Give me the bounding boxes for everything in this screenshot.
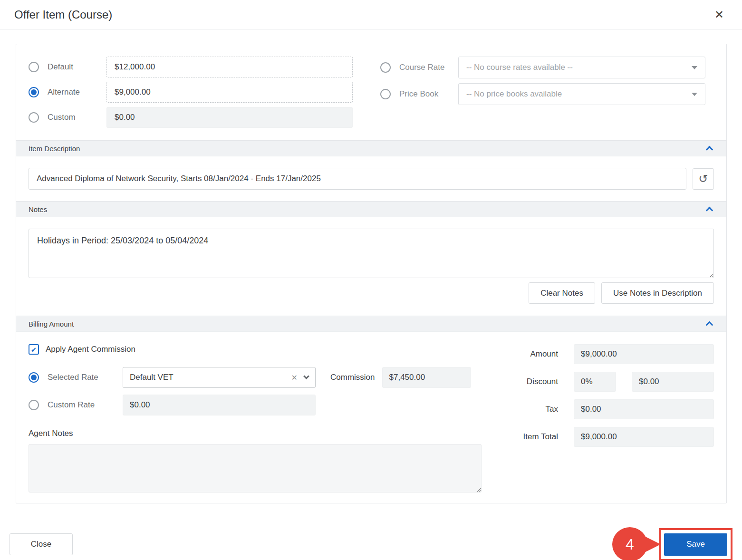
step-number: 4 [626,536,634,553]
price-option-custom: Custom [29,107,363,128]
billing-amount-section-title: Billing Amount [29,320,74,328]
custom-rate-label[interactable]: Custom Rate [48,400,123,410]
price-book-radio[interactable] [380,89,391,99]
selected-rate-row: Selected Rate Default VET ✕ Commission [29,367,482,388]
item-description-section-title: Item Description [29,145,80,153]
chevron-down-icon [303,373,309,379]
selected-rate-label[interactable]: Selected Rate [48,373,123,382]
custom-rate-input[interactable] [123,395,316,415]
billing-amount-section-header: Billing Amount [16,316,726,332]
apply-agent-commission-checkbox[interactable]: ✔ [29,344,39,355]
notes-section-title: Notes [29,205,47,213]
close-icon[interactable]: ✕ [711,8,728,21]
item-total-input[interactable] [574,427,714,447]
amount-label: Amount [530,349,558,359]
course-rate-select[interactable]: -- No course rates available -- [458,57,705,78]
selected-rate-radio[interactable] [29,372,39,383]
item-description-body: ↺ [16,156,726,201]
chevron-up-icon [706,206,713,214]
item-total-label: Item Total [523,432,558,442]
alternate-price-radio-label[interactable]: Alternate [48,87,106,97]
alternate-price-input[interactable] [106,82,353,103]
tax-label: Tax [546,405,558,414]
alternate-price-radio[interactable] [29,87,39,97]
tax-row: Tax [518,399,714,419]
item-description-section-header: Item Description [16,140,726,156]
discount-amount-input[interactable] [632,372,714,392]
amount-input[interactable] [574,344,714,364]
use-notes-in-description-button[interactable]: Use Notes in Description [601,282,714,304]
default-price-radio[interactable] [29,62,39,72]
discount-label: Discount [527,377,558,386]
save-area: 4 Save [612,527,732,560]
price-option-default: Default [29,57,363,77]
collapse-billing-button[interactable] [705,319,714,329]
check-icon: ✔ [31,346,37,353]
tax-input[interactable] [574,399,714,419]
agent-rate-select[interactable]: Default VET ✕ [123,367,316,388]
custom-price-radio-label[interactable]: Custom [48,113,106,122]
billing-body: ✔ Apply Agent Commission Selected Rate D… [16,332,726,503]
custom-price-input[interactable] [106,107,353,128]
agent-notes-label: Agent Notes [29,429,482,438]
price-book-select[interactable]: -- No price books available [458,83,705,105]
billing-summary-column: Amount Discount Tax Item Total [518,344,714,492]
agent-notes-textarea[interactable] [29,444,482,492]
collapse-notes-button[interactable] [705,204,714,215]
course-rate-placeholder: -- No course rates available -- [466,63,692,72]
offer-item-panel: Default Alternate Custom Course Rate -- … [16,44,727,503]
annotation-highlight-box: Save [659,528,732,560]
course-rate-radio[interactable] [380,62,391,73]
modal-title: Offer Item (Course) [14,8,112,21]
save-button[interactable]: Save [664,533,727,556]
price-book-radio-label[interactable]: Price Book [399,89,458,99]
rate-options-column: Course Rate -- No course rates available… [380,57,705,128]
collapse-item-description-button[interactable] [705,143,714,154]
commission-input[interactable] [382,367,471,388]
notes-textarea[interactable]: Holidays in Period: 25/03/2024 to 05/04/… [29,229,714,278]
clear-selection-icon[interactable]: ✕ [291,373,298,382]
default-price-radio-label[interactable]: Default [48,62,106,72]
chevron-down-icon [692,66,697,69]
billing-left-column: ✔ Apply Agent Commission Selected Rate D… [29,344,482,492]
modal-footer: Close 4 Save [0,503,742,560]
course-rate-radio-label[interactable]: Course Rate [399,63,458,72]
pricing-section: Default Alternate Custom Course Rate -- … [16,44,726,140]
discount-percent-input[interactable] [574,372,616,392]
price-book-row: Price Book -- No price books available [380,83,705,105]
clear-notes-button[interactable]: Clear Notes [529,282,595,304]
discount-row: Discount [518,372,714,392]
price-book-placeholder: -- No price books available [466,89,692,99]
item-description-input[interactable] [29,168,686,190]
close-button[interactable]: Close [10,533,73,555]
custom-rate-radio[interactable] [29,400,39,410]
agent-rate-selected-value: Default VET [130,373,291,382]
item-total-row: Item Total [518,427,714,447]
modal-header: Offer Item (Course) ✕ [0,0,742,29]
apply-agent-commission-label[interactable]: Apply Agent Commission [46,345,135,354]
notes-section-header: Notes [16,201,726,217]
amount-row: Amount [518,344,714,364]
apply-agent-commission-row: ✔ Apply Agent Commission [29,344,482,355]
commission-label: Commission [330,373,375,382]
notes-actions: Clear Notes Use Notes in Description [29,282,714,304]
chevron-up-icon [706,145,713,153]
price-option-alternate: Alternate [29,82,363,103]
course-rate-row: Course Rate -- No course rates available… [380,57,705,78]
default-price-input[interactable] [106,57,353,77]
chevron-up-icon [706,321,713,328]
reset-description-button[interactable]: ↺ [693,168,714,190]
custom-rate-row: Custom Rate [29,395,482,415]
notes-body: Holidays in Period: 25/03/2024 to 05/04/… [16,217,726,316]
custom-price-radio[interactable] [29,112,39,123]
step-4-badge: 4 [612,527,647,560]
discount-inputs [574,372,714,392]
price-options-column: Default Alternate Custom [29,57,363,128]
chevron-down-icon [692,93,697,96]
history-icon: ↺ [698,172,708,185]
